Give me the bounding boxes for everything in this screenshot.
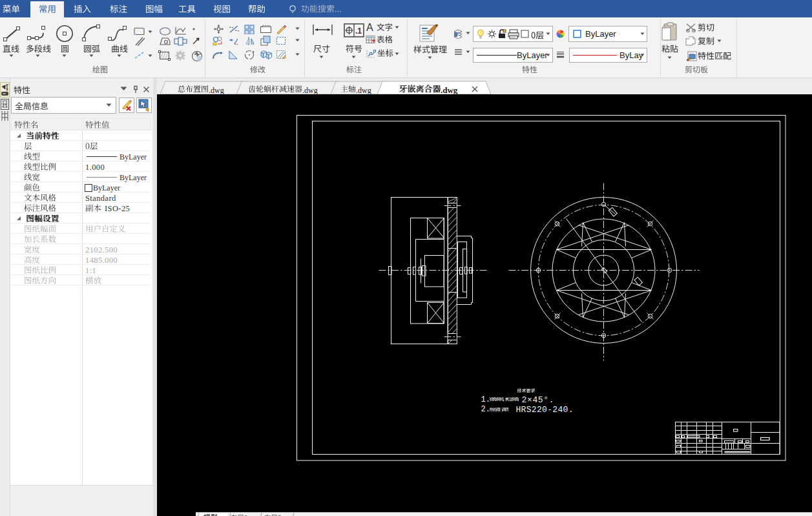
svg-text:.1: .1: [355, 26, 362, 36]
svg-text:2.: 2.: [481, 405, 490, 414]
svg-text:1.: 1.: [481, 395, 490, 404]
svg-text:A: A: [366, 23, 373, 31]
svg-text:HRS220-240.: HRS220-240.: [516, 405, 574, 415]
svg-text:2×45°.: 2×45°.: [522, 395, 554, 405]
